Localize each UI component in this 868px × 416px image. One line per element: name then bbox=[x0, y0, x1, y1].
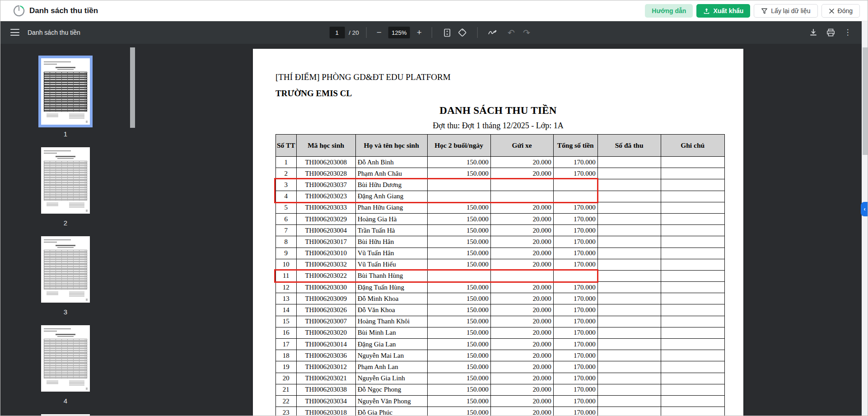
table-cell: THI006203030 bbox=[296, 282, 355, 293]
table-cell: 170.000 bbox=[553, 168, 597, 179]
print-icon[interactable] bbox=[823, 25, 838, 40]
page-thumbnail[interactable] bbox=[41, 58, 90, 125]
download-icon[interactable] bbox=[806, 25, 821, 40]
close-button[interactable]: Đóng bbox=[821, 4, 860, 18]
table-cell bbox=[597, 225, 661, 236]
table-cell bbox=[597, 407, 661, 416]
table-cell: Đặng Tuấn Hùng bbox=[355, 282, 427, 293]
table-cell: 150.000 bbox=[427, 225, 490, 236]
table-cell: Nguyễn Văn Phong bbox=[355, 395, 427, 407]
document-subtitle: Đợt thu: Đợt 1 tháng 12/2025 - Lớp: 1A bbox=[253, 121, 743, 131]
zoom-out-button[interactable]: − bbox=[374, 28, 384, 37]
table-cell: Đỗ Anh Bình bbox=[355, 157, 427, 168]
table-cell: 20.000 bbox=[490, 407, 553, 416]
table-cell bbox=[597, 179, 661, 191]
table-cell: 19 bbox=[276, 361, 297, 373]
page-thumbnail[interactable] bbox=[41, 414, 90, 416]
table-cell: Bùi Hữu Hân bbox=[355, 236, 427, 248]
table-cell: 20.000 bbox=[490, 202, 553, 213]
table-cell: 23 bbox=[276, 407, 297, 416]
table-cell: Phạm Anh Lan bbox=[355, 361, 427, 373]
table-cell: 12 bbox=[276, 282, 297, 293]
table-cell: 6 bbox=[276, 213, 297, 224]
table-row: 22THI006203034Nguyễn Văn Phong150.00020.… bbox=[276, 395, 725, 407]
table-cell bbox=[597, 191, 661, 202]
reload-data-button[interactable]: Lấy lại dữ liệu bbox=[754, 4, 817, 18]
table-cell: THI006203017 bbox=[296, 236, 355, 248]
table-cell: THI006203037 bbox=[296, 179, 355, 191]
table-cell: 20.000 bbox=[490, 213, 553, 224]
table-cell: THI006203020 bbox=[296, 327, 355, 338]
table-cell: 170.000 bbox=[553, 259, 597, 270]
zoom-in-button[interactable]: + bbox=[414, 28, 425, 37]
table-cell bbox=[661, 350, 724, 361]
sidebar-scrollbar[interactable] bbox=[130, 47, 135, 128]
viewer-scrollbar-thumb[interactable] bbox=[863, 47, 868, 155]
table-row: 17THI006203014Đặng Gia Lan150.00020.0001… bbox=[276, 339, 725, 350]
table-cell: THI006203018 bbox=[296, 407, 355, 416]
table-cell: THI006203026 bbox=[296, 304, 355, 316]
thumbnail-page-number: 2 bbox=[38, 219, 93, 227]
table-cell: 20.000 bbox=[490, 225, 553, 236]
table-cell bbox=[597, 270, 661, 281]
table-cell: 150.000 bbox=[427, 373, 490, 384]
table-row: 3THI006203037Bùi Hữu Dương bbox=[276, 179, 725, 191]
table-cell: Đỗ Gia Phúc bbox=[355, 407, 427, 416]
table-cell: Phan Hữu Giang bbox=[355, 202, 427, 213]
table-cell: 3 bbox=[276, 179, 297, 191]
header-actions: Hướng dẫn Xuất khẩu Lấy lại dữ liệu Đóng bbox=[645, 4, 860, 18]
table-cell bbox=[661, 191, 724, 202]
table-cell bbox=[597, 236, 661, 248]
zoom-level-value[interactable]: 125% bbox=[388, 27, 410, 38]
table-cell bbox=[597, 395, 661, 407]
table-cell: THI006203009 bbox=[296, 293, 355, 304]
undo-button[interactable]: ↶ bbox=[505, 28, 518, 38]
menu-icon[interactable] bbox=[10, 29, 19, 36]
guide-button[interactable]: Hướng dẫn bbox=[645, 4, 693, 18]
table-cell: 150.000 bbox=[427, 248, 490, 259]
pdf-toolbar-center: / 20 − 125% + ↶ ↷ bbox=[329, 21, 533, 44]
column-header: Ghi chú bbox=[661, 135, 724, 157]
table-cell: 150.000 bbox=[427, 282, 490, 293]
table-cell bbox=[661, 304, 724, 316]
rotate-button[interactable] bbox=[455, 25, 470, 40]
viewer-scrollbar-track[interactable] bbox=[862, 21, 868, 416]
table-cell: Đỗ Minh Khoa bbox=[355, 293, 427, 304]
page-number-input[interactable] bbox=[329, 27, 345, 38]
table-row: 18THI006203036Nguyễn Mai Lan150.00020.00… bbox=[276, 350, 725, 361]
table-cell bbox=[661, 270, 724, 281]
fit-to-page-button[interactable] bbox=[439, 25, 455, 40]
table-cell: 17 bbox=[276, 339, 297, 350]
table-cell bbox=[427, 270, 490, 281]
page-thumbnail[interactable] bbox=[41, 325, 90, 392]
table-cell bbox=[597, 384, 661, 395]
annotate-draw-button[interactable] bbox=[485, 25, 500, 40]
table-row: 19THI006203012Phạm Anh Lan150.00020.0001… bbox=[276, 361, 725, 373]
export-button[interactable]: Xuất khẩu bbox=[696, 4, 750, 18]
table-cell: 170.000 bbox=[553, 202, 597, 213]
table-cell: 150.000 bbox=[427, 168, 490, 179]
table-cell: 150.000 bbox=[427, 350, 490, 361]
table-cell: Đặng Anh Giang bbox=[355, 191, 427, 202]
table-row: 15THI006203007Hoàng Thanh Khôi150.00020.… bbox=[276, 316, 725, 327]
collapse-panel-tab[interactable]: ‹ bbox=[861, 202, 868, 216]
table-cell bbox=[661, 361, 724, 373]
table-cell: 16 bbox=[276, 327, 297, 338]
table-row: 14THI006203026Đỗ Văn Khoa150.00020.00017… bbox=[276, 304, 725, 316]
table-cell bbox=[661, 248, 724, 259]
close-icon bbox=[829, 8, 835, 14]
export-button-label: Xuất khẩu bbox=[713, 7, 743, 14]
page-thumbnail[interactable] bbox=[41, 236, 90, 303]
table-cell: Đặng Gia Lan bbox=[355, 339, 427, 350]
table-cell bbox=[661, 373, 724, 384]
page-thumbnail[interactable] bbox=[41, 147, 90, 214]
table-cell bbox=[597, 293, 661, 304]
table-cell: Vũ Tuấn Hiếu bbox=[355, 259, 427, 270]
toolbar-divider bbox=[366, 27, 367, 38]
table-row: 1THI006203008Đỗ Anh Bình150.00020.000170… bbox=[276, 157, 725, 168]
table-cell: THI006203032 bbox=[296, 259, 355, 270]
redo-button[interactable]: ↷ bbox=[520, 28, 533, 38]
more-options-icon[interactable]: ⋮ bbox=[840, 25, 855, 40]
toolbar-divider bbox=[432, 27, 432, 38]
thumbnail-page-number: 3 bbox=[38, 308, 93, 316]
